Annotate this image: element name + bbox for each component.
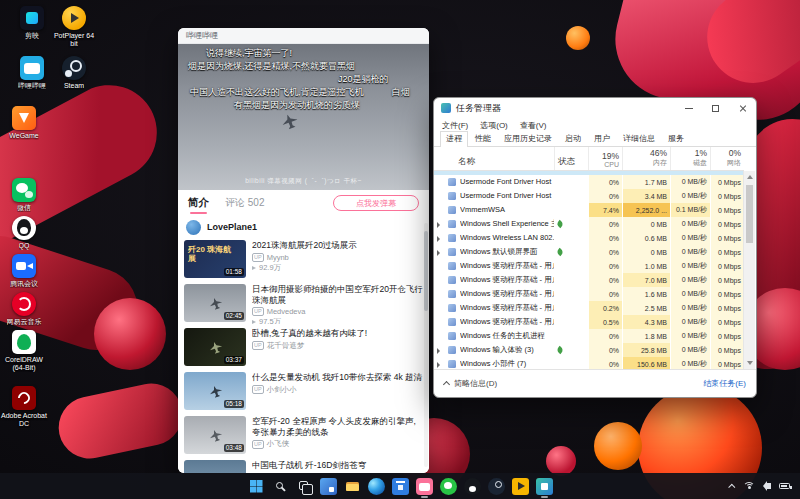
store-icon[interactable]: [392, 478, 409, 495]
expand-chevron-icon[interactable]: [437, 362, 440, 368]
process-row[interactable]: Usermode Font Driver Host 0% 1.7 MB 0 MB…: [434, 175, 744, 189]
task-view-icon[interactable]: [296, 478, 313, 495]
menu-options[interactable]: 选项(O): [480, 120, 508, 131]
desktop-icon[interactable]: QQ: [0, 216, 48, 250]
scrollbar[interactable]: [424, 223, 428, 467]
uploader-avatar[interactable]: [186, 220, 201, 235]
video-list-item[interactable]: 05:18 什么是矢量发动机 我歼10带你去探索 4k 超清 UP 小剑小小: [184, 372, 423, 412]
window-controls: [675, 98, 756, 118]
tab-details[interactable]: 详细信息: [617, 131, 661, 146]
search-icon[interactable]: [272, 478, 289, 495]
process-row[interactable]: VmmemWSA 7.4% 2,252.0 ... 0.1 MB/秒 0 Mbp…: [434, 203, 744, 217]
wifi-icon[interactable]: [743, 482, 755, 491]
bilibili-titlebar[interactable]: 哔哩哔哩: [178, 28, 429, 44]
tab-processes[interactable]: 进程: [440, 131, 468, 147]
edge-icon[interactable]: [368, 478, 385, 495]
fewer-details-toggle[interactable]: 简略信息(D): [444, 378, 497, 389]
tab-performance[interactable]: 性能: [469, 131, 497, 146]
video-list-item[interactable]: 02:45 日本御用摄影师拍摄的中国空军歼20开仓飞行 珠海航展 UP Medv…: [184, 284, 423, 324]
widgets-icon[interactable]: [320, 478, 337, 495]
process-row[interactable]: Windows 任务的主机进程 0% 1.8 MB 0 MB/秒 0 Mbps: [434, 329, 744, 343]
expand-chevron-icon[interactable]: [437, 250, 440, 256]
column-header-cpu[interactable]: 19%CPU: [588, 147, 622, 170]
up-badge-icon: UP: [252, 341, 264, 350]
desktop-icon[interactable]: 腾讯会议: [0, 254, 48, 288]
task-manager-titlebar[interactable]: 任务管理器: [434, 98, 756, 118]
desktop-icon[interactable]: WeGame: [0, 106, 48, 140]
video-list-item[interactable]: 歼20 珠海航展 01:58 2021珠海航展歼20过场展示 UP Myynb …: [184, 240, 423, 280]
desktop-icon[interactable]: Adobe Acrobat DC: [0, 386, 48, 428]
column-header-memory[interactable]: 46%内存: [622, 147, 670, 170]
process-row[interactable]: Windows Shell Experience 主... 0% 0 MB 0 …: [434, 217, 744, 231]
network-cell: 0 Mbps: [710, 329, 744, 343]
app-icon: [62, 56, 86, 80]
video-list-item[interactable]: 03:37 卧槽,兔子真的越来越有内味了! UP 花千骨遮梦: [184, 328, 423, 368]
network-cell: 0 Mbps: [710, 357, 744, 369]
tab-startup[interactable]: 启动: [559, 131, 587, 146]
desktop-icon[interactable]: CorelDRAW (64-Bit): [0, 330, 48, 372]
video-meta: 中国电子战机 歼-16D剑指苍穹 UP 小剑南山: [252, 460, 423, 473]
expand-chevron-icon[interactable]: [437, 348, 440, 354]
process-row[interactable]: Windows Wireless LAN 802.1... 0% 0.6 MB …: [434, 231, 744, 245]
tab-intro[interactable]: 简介: [188, 192, 209, 214]
expand-chevron-icon[interactable]: [437, 236, 440, 242]
steam-taskbar-icon[interactable]: [488, 478, 505, 495]
scrollbar-thumb[interactable]: [746, 185, 753, 243]
qq-taskbar-icon[interactable]: [464, 478, 481, 495]
column-header-name[interactable]: 名称: [434, 147, 554, 170]
desktop-icon[interactable]: 哔哩哔哩: [8, 56, 56, 90]
hidden-icons-chevron-icon[interactable]: [728, 483, 735, 490]
process-row[interactable]: Windows 驱动程序基础 - 用户... 0.2% 2.5 MB 0 MB/…: [434, 301, 744, 315]
video-thumbnail: [184, 460, 246, 473]
uploader-row[interactable]: LovePlane1: [178, 216, 429, 238]
video-list-item[interactable]: 03:48 空军歼-20 全程原声 令人头皮发麻的引擎声,夸张暴力柔美的线条 U…: [184, 416, 423, 456]
scrollbar[interactable]: [743, 171, 755, 369]
video-uploader: UP 花千骨遮梦: [252, 341, 423, 351]
menu-file[interactable]: 文件(F): [442, 120, 468, 131]
up-badge-icon: UP: [252, 307, 264, 316]
process-row[interactable]: Windows 输入体验 (3) 0% 25.8 MB 0 MB/秒 0 Mbp…: [434, 343, 744, 357]
desktop-icon[interactable]: 剪映: [8, 6, 56, 40]
battery-icon[interactable]: [779, 483, 790, 489]
process-row[interactable]: Windows 小部件 (7) 0% 150.6 MB 0 MB/秒 0 Mbp…: [434, 357, 744, 369]
wechat-taskbar-icon[interactable]: [440, 478, 457, 495]
process-row[interactable]: Windows 驱动程序基础 - 用户... 0% 1.0 MB 0 MB/秒 …: [434, 259, 744, 273]
danmaku-input[interactable]: 点我发弹幕: [333, 195, 419, 211]
process-row[interactable]: Windows 默认锁屏界面 0% 0 MB 0 MB/秒 0 Mbps: [434, 245, 744, 259]
process-icon: [448, 332, 456, 340]
desktop-icon[interactable]: Steam: [50, 56, 98, 90]
expand-chevron-icon[interactable]: [437, 222, 440, 228]
process-row[interactable]: Windows 驱动程序基础 - 用户... 0.5% 4.3 MB 0 MB/…: [434, 315, 744, 329]
volume-icon[interactable]: [767, 483, 771, 489]
end-task-button[interactable]: 结束任务(E): [703, 378, 746, 389]
tab-users[interactable]: 用户: [588, 131, 616, 146]
column-header-network[interactable]: 0%网络: [710, 147, 744, 170]
desktop-icon[interactable]: 网易云音乐: [0, 292, 48, 326]
column-header-disk[interactable]: 1%磁盘: [670, 147, 710, 170]
video-player[interactable]: 说得继续,宇宙第一了! 烟是因为烧煤,还得是精煤,不然就要冒黑烟 J20是躺枪的…: [178, 44, 429, 190]
tab-app-history[interactable]: 应用历史记录: [498, 131, 558, 146]
desktop-icon[interactable]: 微信: [0, 178, 48, 212]
task-manager-taskbar-icon[interactable]: [536, 478, 553, 495]
column-header-status[interactable]: 状态: [554, 147, 588, 170]
scrollbar-thumb[interactable]: [424, 231, 428, 311]
potplayer-taskbar-icon[interactable]: [512, 478, 529, 495]
start-button[interactable]: [248, 478, 265, 495]
tab-comments[interactable]: 评论 502: [225, 196, 264, 210]
video-list-item[interactable]: 中国电子战机 歼-16D剑指苍穹 UP 小剑南山: [184, 460, 423, 473]
process-row[interactable]: Usermode Font Driver Host 0% 3.4 MB 0 MB…: [434, 189, 744, 203]
tab-services[interactable]: 服务: [662, 131, 690, 146]
file-explorer-icon[interactable]: [344, 478, 361, 495]
disk-cell: 0 MB/秒: [670, 273, 710, 287]
process-row[interactable]: Windows 驱动程序基础 - 用户... 0% 1.6 MB 0 MB/秒 …: [434, 287, 744, 301]
bilibili-taskbar-icon[interactable]: [416, 478, 433, 495]
video-duration: 01:58: [224, 268, 244, 276]
desktop-icon[interactable]: PotPlayer 64 bit: [50, 6, 98, 48]
close-button[interactable]: [729, 98, 756, 118]
process-row[interactable]: Windows 驱动程序基础 - 用户... 0% 7.0 MB 0 MB/秒 …: [434, 273, 744, 287]
maximize-button[interactable]: [702, 98, 729, 118]
network-cell: 0 Mbps: [710, 217, 744, 231]
minimize-button[interactable]: [675, 98, 702, 118]
menu-view[interactable]: 查看(V): [520, 120, 547, 131]
bilibili-tab-bar: 简介 评论 502 点我发弹幕: [178, 190, 429, 216]
